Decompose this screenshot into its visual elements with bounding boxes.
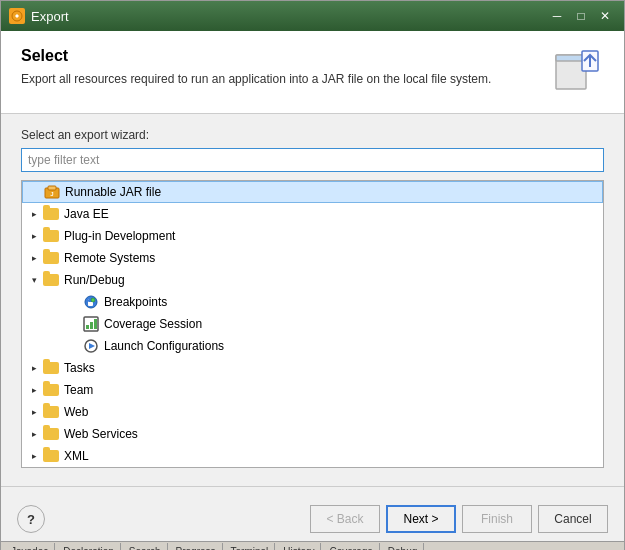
tree-label-web-services: Web Services: [64, 427, 138, 441]
tree-item-team[interactable]: Team: [22, 379, 603, 401]
tree-container[interactable]: JRunnable JAR fileJava EEPlug-in Develop…: [21, 180, 604, 468]
next-button[interactable]: Next >: [386, 505, 456, 533]
tree-item-coverage-session[interactable]: Coverage Session: [22, 313, 603, 335]
expand-arrow-plugin-dev[interactable]: [26, 228, 42, 244]
svg-rect-13: [86, 325, 89, 329]
maximize-button[interactable]: □: [570, 6, 592, 26]
folder-icon-web-services: [42, 426, 60, 442]
export-icon: [554, 47, 604, 97]
tree-label-coverage-session: Coverage Session: [104, 317, 202, 331]
tree-label-team: Team: [64, 383, 93, 397]
tree-label-run-debug: Run/Debug: [64, 273, 125, 287]
statusbar: JavadocDeclarationSearchProgressTerminal…: [1, 541, 624, 550]
folder-icon-java-ee: [42, 206, 60, 222]
tree-label-breakpoints: Breakpoints: [104, 295, 167, 309]
statusbar-search[interactable]: Search: [123, 543, 168, 551]
expand-arrow-java-ee[interactable]: [26, 206, 42, 222]
statusbar-progress[interactable]: Progress: [170, 543, 223, 551]
tree-item-web-services[interactable]: Web Services: [22, 423, 603, 445]
expand-arrow-remote-systems[interactable]: [26, 250, 42, 266]
filter-label: Select an export wizard:: [21, 128, 604, 142]
filter-input[interactable]: [21, 148, 604, 172]
expand-arrow-tasks[interactable]: [26, 360, 42, 376]
title-bar: Export ─ □ ✕: [1, 1, 624, 31]
expand-arrow-web[interactable]: [26, 404, 42, 420]
expand-arrow-xml[interactable]: [26, 448, 42, 464]
tree-label-xml: XML: [64, 449, 89, 463]
help-button[interactable]: ?: [17, 505, 45, 533]
app-icon: [9, 8, 25, 24]
tree-label-tasks: Tasks: [64, 361, 95, 375]
folder-icon-team: [42, 382, 60, 398]
header-description: Export all resources required to run an …: [21, 71, 544, 88]
expand-arrow-team[interactable]: [26, 382, 42, 398]
launch-icon-launch-configurations: [82, 338, 100, 354]
svg-text:J: J: [50, 191, 53, 197]
dialog-content: Select Export all resources required to …: [1, 31, 624, 541]
header-section: Select Export all resources required to …: [1, 31, 624, 114]
debug-icon-breakpoints: [82, 294, 100, 310]
back-button[interactable]: < Back: [310, 505, 380, 533]
folder-icon-web: [42, 404, 60, 420]
header-title: Select: [21, 47, 544, 65]
export-dialog: Export ─ □ ✕ Select Export all resources…: [0, 0, 625, 550]
finish-button[interactable]: Finish: [462, 505, 532, 533]
expand-arrow-web-services[interactable]: [26, 426, 42, 442]
folder-icon-tasks: [42, 360, 60, 376]
tree-label-launch-configurations: Launch Configurations: [104, 339, 224, 353]
button-row: ? < Back Next > Finish Cancel: [1, 497, 624, 541]
tree-item-plugin-dev[interactable]: Plug-in Development: [22, 225, 603, 247]
statusbar-coverage[interactable]: Coverage: [323, 543, 379, 551]
statusbar-debug[interactable]: Debug: [382, 543, 424, 551]
tree-item-breakpoints[interactable]: Breakpoints: [22, 291, 603, 313]
folder-icon-remote-systems: [42, 250, 60, 266]
expand-arrow-run-debug[interactable]: [26, 272, 42, 288]
folder-icon-plugin-dev: [42, 228, 60, 244]
statusbar-declaration[interactable]: Declaration: [57, 543, 121, 551]
folder-icon-xml: [42, 448, 60, 464]
cancel-button[interactable]: Cancel: [538, 505, 608, 533]
bottom-area: ? < Back Next > Finish Cancel: [1, 478, 624, 541]
statusbar-javadoc[interactable]: Javadoc: [5, 543, 55, 551]
expand-arrow-launch-configurations[interactable]: [66, 338, 82, 354]
folder-icon-run-debug: [42, 272, 60, 288]
window-controls: ─ □ ✕: [546, 6, 616, 26]
tree-item-web[interactable]: Web: [22, 401, 603, 423]
body-section: Select an export wizard: JRunnable JAR f…: [1, 114, 624, 478]
tree-item-tasks[interactable]: Tasks: [22, 357, 603, 379]
svg-point-11: [91, 298, 95, 302]
minimize-button[interactable]: ─: [546, 6, 568, 26]
tree-item-xml[interactable]: XML: [22, 445, 603, 467]
expand-arrow-coverage-session[interactable]: [66, 316, 82, 332]
window-title: Export: [31, 9, 546, 24]
expand-arrow-runnable-jar[interactable]: [27, 184, 43, 200]
svg-rect-14: [90, 322, 93, 329]
statusbar-terminal[interactable]: Terminal: [225, 543, 276, 551]
tree-label-remote-systems: Remote Systems: [64, 251, 155, 265]
tree-item-java-ee[interactable]: Java EE: [22, 203, 603, 225]
separator: [1, 486, 624, 487]
tree-item-runnable-jar[interactable]: JRunnable JAR file: [22, 181, 603, 203]
tree-label-web: Web: [64, 405, 88, 419]
tree-item-launch-configurations[interactable]: Launch Configurations: [22, 335, 603, 357]
svg-rect-15: [94, 319, 97, 329]
tree-item-remote-systems[interactable]: Remote Systems: [22, 247, 603, 269]
tree-label-plugin-dev: Plug-in Development: [64, 229, 175, 243]
header-text: Select Export all resources required to …: [21, 47, 544, 88]
tree-item-run-debug[interactable]: Run/Debug: [22, 269, 603, 291]
close-button[interactable]: ✕: [594, 6, 616, 26]
svg-rect-6: [48, 186, 56, 190]
expand-arrow-breakpoints[interactable]: [66, 294, 82, 310]
statusbar-history[interactable]: History: [277, 543, 321, 551]
tree-label-runnable-jar: Runnable JAR file: [65, 185, 161, 199]
jar-icon-runnable-jar: J: [43, 184, 61, 200]
coverage-icon-coverage-session: [82, 316, 100, 332]
tree-label-java-ee: Java EE: [64, 207, 109, 221]
